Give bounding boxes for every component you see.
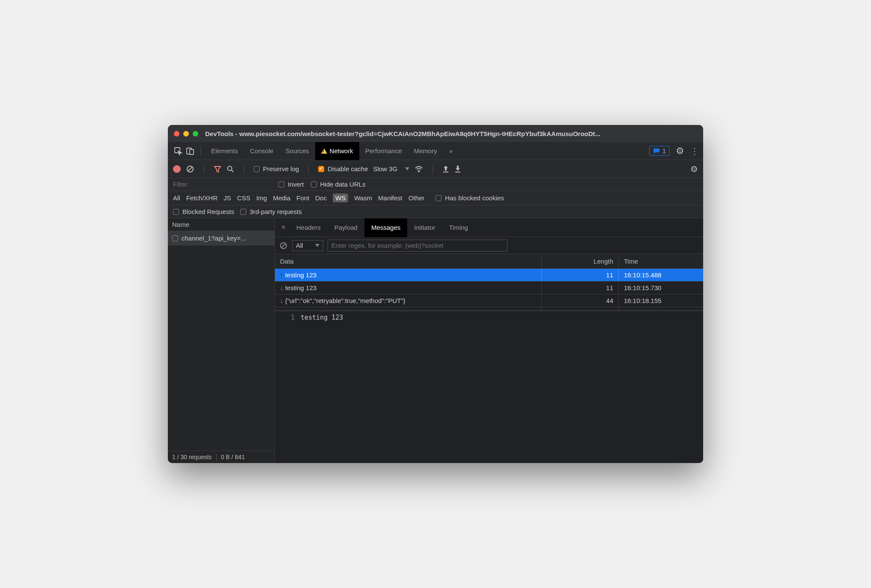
issues-badge[interactable]: 1: [649, 146, 670, 156]
preserve-log-toggle[interactable]: Preserve log: [254, 165, 299, 172]
disable-cache-label: Disable cache: [328, 165, 368, 172]
message-length: 11: [541, 282, 618, 294]
chevron-down-icon: [315, 244, 319, 247]
tab-more[interactable]: »: [443, 142, 459, 160]
tab-sources[interactable]: Sources: [280, 142, 315, 160]
close-detail-button[interactable]: ×: [277, 223, 289, 232]
time-column-header[interactable]: Time: [618, 254, 703, 268]
type-filter-row: All Fetch/XHR JS CSS Img Media Font Doc …: [168, 191, 703, 205]
tab-headers[interactable]: Headers: [289, 218, 328, 237]
clear-button[interactable]: [186, 165, 194, 173]
network-settings-icon[interactable]: ⚙: [690, 164, 698, 174]
throttling-select[interactable]: Slow 3G: [373, 165, 409, 172]
tab-messages[interactable]: Messages: [364, 218, 407, 237]
invert-checkbox[interactable]: [278, 181, 284, 187]
type-filter-js[interactable]: JS: [224, 194, 231, 202]
type-filter-doc[interactable]: Doc: [315, 194, 327, 202]
network-conditions-icon[interactable]: [415, 166, 423, 172]
type-filter-font[interactable]: Font: [296, 194, 309, 202]
search-icon[interactable]: [227, 165, 234, 173]
disable-cache-toggle[interactable]: Disable cache: [318, 165, 368, 172]
type-filter-manifest[interactable]: Manifest: [378, 194, 403, 202]
tab-memory[interactable]: Memory: [408, 142, 443, 160]
tab-performance[interactable]: Performance: [359, 142, 408, 160]
invert-toggle[interactable]: Invert: [278, 181, 304, 188]
message-row[interactable]: ↓ testing 123 11 16:10:15.730: [275, 282, 703, 294]
messages-toolbar: All: [275, 237, 703, 254]
type-filter-media[interactable]: Media: [273, 194, 290, 202]
type-filter-css[interactable]: CSS: [237, 194, 251, 202]
devtools-window: DevTools - www.piesocket.com/websocket-t…: [168, 125, 703, 463]
type-filter-fetchxhr[interactable]: Fetch/XHR: [186, 194, 218, 202]
status-requests: 1 / 30 requests: [172, 454, 212, 460]
tab-initiator[interactable]: Initiator: [407, 218, 442, 237]
has-blocked-cookies-checkbox[interactable]: [436, 195, 441, 201]
message-row[interactable]: ↑ testing 123 11 16:10:15.488: [275, 269, 703, 282]
inspect-element-icon[interactable]: [172, 145, 184, 157]
message-time: 16:10:15.488: [618, 269, 703, 281]
separator: [204, 164, 204, 174]
arrow-down-icon: ↓: [280, 297, 283, 304]
preview-content[interactable]: testing 123: [301, 314, 343, 321]
message-filter-select[interactable]: All: [292, 240, 323, 251]
type-filter-ws[interactable]: WS: [333, 193, 348, 202]
data-column-header[interactable]: Data: [275, 254, 541, 268]
filter-icon[interactable]: [214, 165, 221, 173]
blocked-requests-label: Blocked Requests: [182, 208, 234, 215]
hide-data-urls-checkbox[interactable]: [311, 181, 317, 187]
tab-elements[interactable]: Elements: [205, 142, 244, 160]
third-party-checkbox[interactable]: [240, 209, 246, 215]
type-filter-wasm[interactable]: Wasm: [354, 194, 372, 202]
tab-payload[interactable]: Payload: [328, 218, 364, 237]
comment-icon: [653, 148, 660, 154]
status-transferred: 0 B / 841: [216, 454, 245, 460]
hide-data-urls-toggle[interactable]: Hide data URLs: [311, 181, 366, 188]
request-checkbox[interactable]: [172, 235, 178, 241]
message-preview: 1testing 123: [275, 311, 703, 463]
disable-cache-checkbox[interactable]: [318, 166, 324, 172]
third-party-toggle[interactable]: 3rd-party requests: [240, 208, 302, 215]
detail-tabs: × Headers Payload Messages Initiator Tim…: [275, 218, 703, 237]
warning-icon: [321, 148, 327, 154]
type-filter-img[interactable]: Img: [256, 194, 267, 202]
request-name: channel_1?api_key=...: [182, 235, 246, 242]
arrow-up-icon: ↑: [280, 271, 283, 279]
request-row[interactable]: channel_1?api_key=...: [168, 231, 274, 246]
message-time: 16:10:15.730: [618, 282, 703, 294]
type-filter-all[interactable]: All: [173, 194, 180, 202]
window-title: DevTools - www.piesocket.com/websocket-t…: [205, 130, 697, 137]
close-window-button[interactable]: [174, 131, 179, 137]
download-har-icon[interactable]: [454, 165, 461, 173]
more-menu-icon[interactable]: ⋮: [690, 146, 699, 156]
length-column-header[interactable]: Length: [541, 254, 618, 268]
throttling-value: Slow 3G: [373, 165, 397, 172]
arrow-down-icon: ↓: [280, 284, 283, 291]
device-toggle-icon[interactable]: [184, 145, 196, 157]
traffic-lights: [174, 131, 198, 137]
minimize-window-button[interactable]: [183, 131, 189, 137]
separator: [200, 146, 201, 156]
svg-point-5: [228, 166, 232, 170]
regex-input[interactable]: [328, 240, 507, 252]
upload-har-icon[interactable]: [442, 165, 449, 173]
has-blocked-cookies-toggle[interactable]: Has blocked cookies: [436, 194, 504, 202]
message-data: {"url":"ok","retryable":true,"method":"P…: [285, 297, 406, 304]
blocked-requests-toggle[interactable]: Blocked Requests: [173, 208, 234, 215]
clear-messages-button[interactable]: [279, 241, 288, 250]
requests-panel: Name channel_1?api_key=... 1 / 30 reques…: [168, 218, 275, 463]
message-row[interactable]: ↓ {"url":"ok","retryable":true,"method":…: [275, 294, 703, 307]
tab-console[interactable]: Console: [244, 142, 280, 160]
preserve-log-checkbox[interactable]: [254, 166, 260, 172]
filter-input[interactable]: [173, 181, 271, 188]
maximize-window-button[interactable]: [193, 131, 198, 137]
tab-network[interactable]: Network: [315, 142, 359, 160]
type-filter-other[interactable]: Other: [409, 194, 425, 202]
message-length: 11: [541, 269, 618, 281]
svg-line-4: [188, 167, 192, 171]
name-column-header[interactable]: Name: [168, 218, 274, 231]
settings-icon[interactable]: ⚙: [676, 146, 684, 157]
tab-timing[interactable]: Timing: [442, 218, 475, 237]
blocked-requests-checkbox[interactable]: [173, 209, 179, 215]
detail-panel: × Headers Payload Messages Initiator Tim…: [275, 218, 703, 463]
record-button[interactable]: [173, 165, 181, 173]
